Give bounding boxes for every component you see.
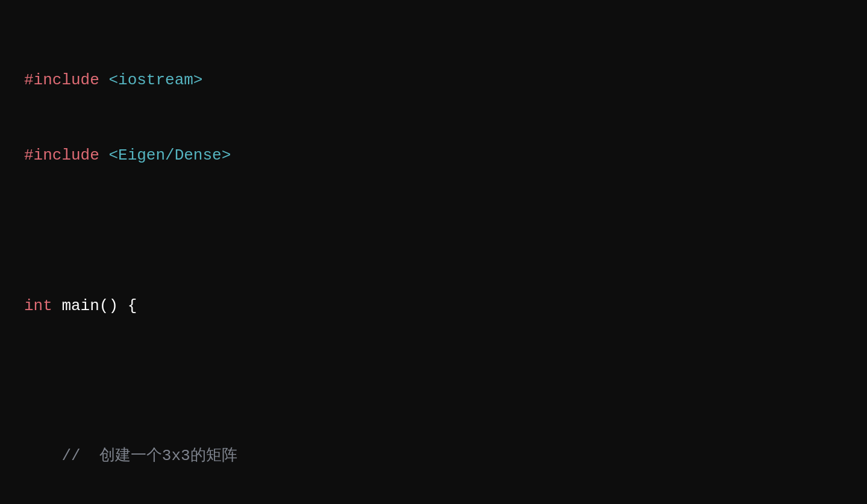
header-eigen: <Eigen/Dense> [108, 146, 231, 164]
line-blank2 [24, 369, 843, 394]
line-include1: #include <iostream> [24, 68, 843, 93]
line-include2: #include <Eigen/Dense> [24, 143, 843, 169]
comment-create-matrix: // 创建一个3x3的矩阵 [24, 447, 237, 465]
line-comment1: // 创建一个3x3的矩阵 [24, 444, 843, 469]
keyword-int: int [24, 297, 52, 315]
line-blank1 [24, 219, 843, 244]
line-main: int main() { [24, 294, 843, 319]
keyword-include2: #include [24, 146, 99, 164]
keyword-include: #include [24, 71, 99, 89]
header-iostream: <iostream> [108, 71, 202, 89]
code-editor: #include <iostream> #include <Eigen/Dens… [24, 18, 843, 504]
